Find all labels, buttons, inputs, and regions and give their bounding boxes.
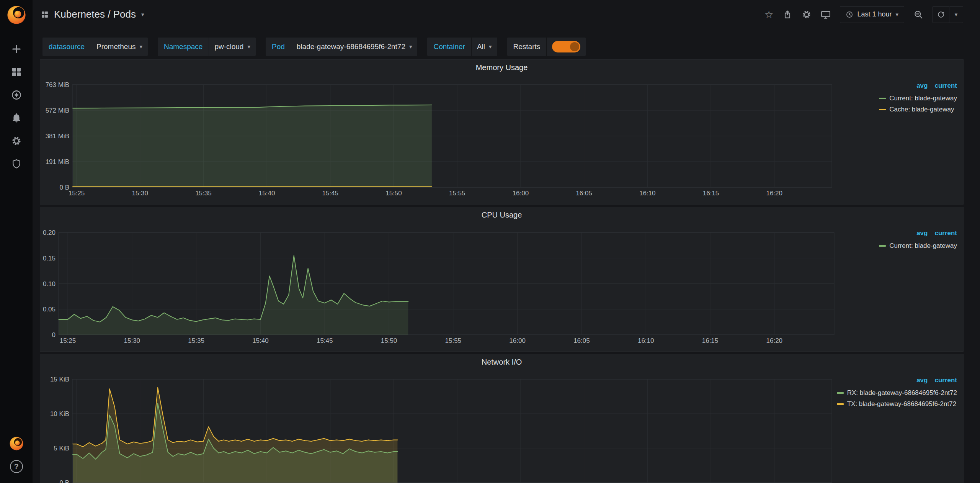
svg-text:15 KiB: 15 KiB [50,376,69,383]
legend-header-current[interactable]: current [934,377,957,384]
legend-item[interactable]: Current: blade-gateway [879,240,957,251]
sidebar-item-create[interactable] [10,44,23,54]
svg-text:15:30: 15:30 [132,190,148,197]
restarts-label: Restarts [507,38,547,56]
sidebar-item-dashboards[interactable] [10,67,23,77]
svg-text:0 B: 0 B [59,479,69,483]
svg-text:16:20: 16:20 [766,337,783,344]
legend-item[interactable]: RX: blade-gateway-68684695f6-2nt72 [837,387,957,398]
svg-text:0: 0 [52,331,56,339]
dashboards-grid-icon [41,11,49,18]
shield-icon [11,159,22,169]
toggle-knob [570,42,579,51]
legend-header-avg[interactable]: avg [916,229,928,237]
grafana-logo-icon [6,5,27,25]
svg-text:15:25: 15:25 [60,337,76,344]
legend-item[interactable]: Current: blade-gateway [879,93,957,104]
svg-text:0 B: 0 B [59,184,69,191]
svg-text:16:05: 16:05 [576,190,592,197]
restarts-control: Restarts [507,38,586,56]
variable-container: Container All ▾ [427,38,497,56]
legend-sort-links: avgcurrent [916,377,957,384]
svg-text:191 MiB: 191 MiB [46,158,69,165]
svg-text:16:00: 16:00 [509,337,526,344]
variable-datasource: datasource Prometheus ▾ [42,38,148,56]
sidebar-item-alerting[interactable] [10,113,23,123]
gear-icon [802,10,812,20]
grafana-logo[interactable] [6,5,27,25]
restarts-toggle[interactable] [552,41,580,52]
share-dashboard-button[interactable] [782,10,792,20]
svg-text:15:25: 15:25 [69,190,85,197]
legend-item[interactable]: Cache: blade-gateway [879,104,954,115]
zoom-out-icon [913,10,923,20]
zoom-out-time-button[interactable] [913,10,923,20]
svg-text:15:50: 15:50 [381,337,397,344]
legend-header-avg[interactable]: avg [916,82,928,90]
variable-pod: Pod blade-gateway-68684695f6-2nt72 ▾ [266,38,418,56]
time-range-picker[interactable]: Last 1 hour ▾ [840,6,904,23]
variable-label: Container [427,38,471,56]
legend-label: Current: blade-gateway [889,240,957,251]
refresh-interval-dropdown[interactable]: ▾ [949,6,963,23]
panel-legend: avgcurrentCurrent: blade-gatewayCache: b… [879,82,957,115]
legend-swatch [837,403,844,405]
legend-header-avg[interactable]: avg [916,377,928,384]
svg-text:15:30: 15:30 [124,337,140,344]
variable-value: Prometheus [96,43,136,51]
panel-legend: avgcurrentRX: blade-gateway-68684695f6-2… [837,377,957,409]
namespace-dropdown[interactable]: pw-cloud ▾ [209,38,256,56]
datasource-dropdown[interactable]: Prometheus ▾ [91,38,148,56]
avatar-image [9,436,24,451]
legend-header-current[interactable]: current [934,82,957,90]
svg-text:15:55: 15:55 [449,190,466,197]
user-avatar[interactable] [9,436,24,451]
svg-text:15:35: 15:35 [188,337,204,344]
legend-label: RX: blade-gateway-68684695f6-2nt72 [847,387,957,398]
panel-title[interactable]: Network I/O [40,354,963,370]
legend-item[interactable]: TX: blade-gateway-68684695f6-2nt72 [837,398,956,409]
svg-text:15:40: 15:40 [259,190,275,197]
help-button[interactable]: ? [10,460,23,473]
sidebar-item-server-admin[interactable] [10,159,23,169]
container-dropdown[interactable]: All ▾ [472,38,497,56]
pod-dropdown[interactable]: blade-gateway-68684695f6-2nt72 ▾ [291,38,418,56]
legend-header-current[interactable]: current [934,229,957,237]
star-dashboard-button[interactable]: ☆ [764,10,773,20]
svg-text:15:35: 15:35 [195,190,212,197]
chevron-down-icon: ▾ [489,43,492,50]
svg-text:5 KiB: 5 KiB [54,445,69,452]
clock-icon [846,11,853,18]
dashboard-header: Kubernetes / Pods ▾ ☆ [33,0,980,29]
svg-text:0.20: 0.20 [43,229,56,236]
panel-title[interactable]: CPU Usage [40,207,963,223]
svg-text:15:45: 15:45 [322,190,339,197]
svg-text:10 KiB: 10 KiB [50,410,69,418]
dashboard-title[interactable]: Kubernetes / Pods [54,8,136,20]
dashboard-settings-button[interactable] [802,10,812,20]
svg-text:15:40: 15:40 [252,337,269,344]
svg-text:16:15: 16:15 [703,190,719,197]
svg-text:16:05: 16:05 [573,337,590,344]
cycle-view-button[interactable] [821,10,831,20]
chevron-down-icon: ▾ [247,43,250,50]
sidebar-item-explore[interactable] [10,90,23,100]
chevron-down-icon[interactable]: ▾ [141,11,144,18]
dashboards-grid-icon [11,67,22,77]
svg-text:15:50: 15:50 [385,190,402,197]
sidebar-item-configuration[interactable] [10,136,23,146]
svg-text:16:15: 16:15 [702,337,719,344]
legend-sort-links: avgcurrent [916,229,957,237]
network-io-chart[interactable]: 0 B5 KiB10 KiB15 KiB15:2515:3015:3515:40… [40,370,844,483]
svg-text:15:45: 15:45 [317,337,333,344]
cpu-usage-chart[interactable]: 00.050.100.150.2015:2515:3015:3515:4015:… [40,223,844,352]
panel-title[interactable]: Memory Usage [40,60,963,75]
memory-usage-chart[interactable]: 0 B191 MiB381 MiB572 MiB763 MiB15:2515:3… [40,75,844,205]
chevron-down-icon: ▾ [895,11,898,18]
legend-swatch [879,98,886,99]
chevron-down-icon: ▾ [139,43,142,50]
refresh-button[interactable] [933,6,949,23]
legend-label: TX: blade-gateway-68684695f6-2nt72 [847,398,956,409]
svg-text:0.05: 0.05 [43,306,56,313]
svg-text:0.15: 0.15 [43,255,56,262]
